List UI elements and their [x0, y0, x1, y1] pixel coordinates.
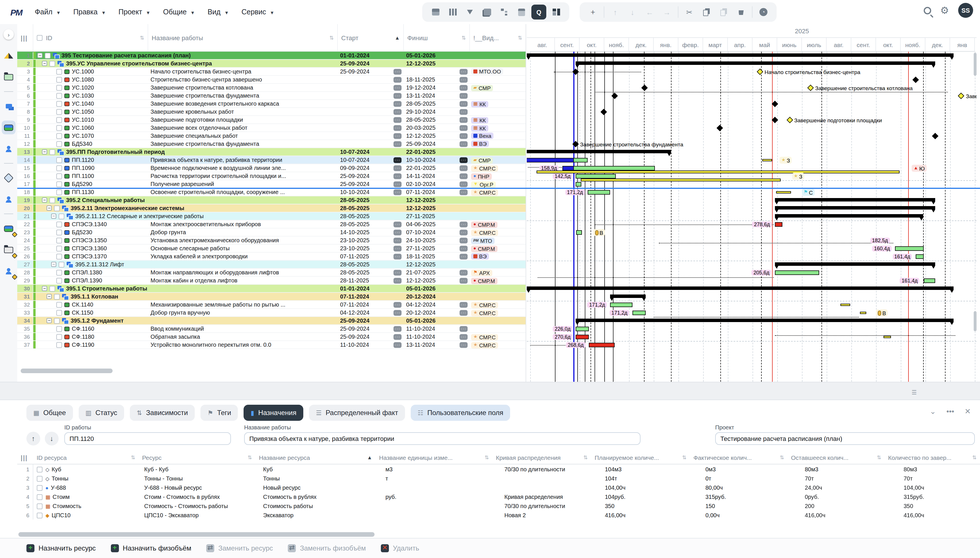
column-vid[interactable]: !__Вид...⇅: [470, 24, 526, 51]
rescolumn-1[interactable]: Ресурс⇅: [139, 451, 256, 464]
start-date-picker[interactable]: ···: [393, 326, 401, 332]
filter-icon[interactable]: [462, 5, 477, 20]
search-table-icon[interactable]: Q: [531, 5, 546, 20]
collapse-icon[interactable]: −: [51, 262, 56, 267]
tab-Распределенный факт[interactable]: ☰Распределенный факт: [309, 405, 405, 421]
start-date-picker[interactable]: ···: [393, 165, 401, 171]
start-date-picker[interactable]: ···: [393, 334, 401, 340]
sidebar-item-portfolio-edit[interactable]: [2, 243, 15, 257]
row-checkbox[interactable]: [56, 221, 62, 227]
timeline-month[interactable]: окт.: [580, 38, 604, 52]
finish-date-picker[interactable]: ···: [460, 101, 468, 107]
start-date-picker[interactable]: ···: [393, 69, 401, 74]
gear-icon[interactable]: ⚙: [941, 4, 949, 16]
sidebar-item-assignee[interactable]: [2, 142, 15, 156]
collapse-icon[interactable]: −: [42, 149, 47, 154]
row-checkbox[interactable]: [59, 213, 64, 219]
collapse-icon[interactable]: −: [46, 205, 52, 211]
table-row[interactable]: 33СК.1150Добор грунта вручную04-12-2024·…: [17, 309, 526, 317]
table-row[interactable]: 22СПЭСЭ.1340Монтаж электроосветительных …: [17, 220, 526, 228]
finish-date-picker[interactable]: ···: [460, 342, 468, 348]
table-row[interactable]: 12БД5340Завершение строительства фундаме…: [17, 140, 526, 148]
panel-resize-handle[interactable]: ☰: [912, 389, 917, 396]
timeline-month[interactable]: окт.: [876, 38, 901, 52]
row-checkbox[interactable]: [56, 269, 62, 275]
table-row[interactable]: 37СФ.1190Устройство монолитного перектыт…: [17, 341, 526, 349]
finish-date-picker[interactable]: ···: [460, 277, 468, 283]
calendar-icon[interactable]: [514, 5, 529, 20]
gantt-summary-bar[interactable]: [575, 318, 954, 322]
finish-date-picker[interactable]: ···: [460, 157, 468, 163]
start-date-picker[interactable]: ···: [393, 93, 401, 98]
tab-Назначения[interactable]: ▮Назначения: [244, 405, 303, 421]
gantt-task-bar[interactable]: [576, 230, 582, 235]
finish-date-picker[interactable]: ···: [460, 125, 468, 131]
gantt-task-bar[interactable]: [589, 343, 615, 347]
table-row[interactable]: 32СК.1140Механизированные земляные работ…: [17, 301, 526, 309]
row-checkbox[interactable]: [56, 101, 62, 107]
finish-date-picker[interactable]: ···: [460, 221, 468, 227]
row-checkbox[interactable]: [56, 85, 62, 90]
table-row[interactable]: 23БД5230Добор грунта14-10-2025···07-10-2…: [17, 228, 526, 236]
rescolumn-6[interactable]: Фактическое колич...⇅: [690, 451, 788, 464]
tab-Теги[interactable]: ⚑Теги: [201, 405, 238, 421]
start-date-picker[interactable]: ···: [393, 310, 401, 315]
gantt-task-bar[interactable]: [895, 246, 924, 251]
sidebar-item-gantt-view[interactable]: [2, 121, 15, 135]
row-checkbox[interactable]: [56, 342, 62, 348]
search-icon[interactable]: [924, 7, 931, 14]
row-checkbox[interactable]: [56, 77, 62, 82]
gantt-milestone[interactable]: [716, 125, 723, 131]
finish-date-picker[interactable]: ···: [460, 141, 468, 147]
start-date-picker[interactable]: ···: [393, 269, 401, 275]
start-date-picker[interactable]: ···: [393, 237, 401, 243]
table-row[interactable]: 6УС.1030Завершение строительства фундаме…: [17, 92, 526, 100]
row-checkbox[interactable]: [56, 181, 62, 187]
row-checkbox[interactable]: [54, 294, 60, 299]
rescolumn-5[interactable]: Планируемое количе...⇅: [591, 451, 690, 464]
row-checkbox[interactable]: [49, 197, 55, 203]
timeline-month[interactable]: авг.: [827, 38, 851, 52]
finish-date-picker[interactable]: ···: [460, 85, 468, 90]
table-row[interactable]: 19−395.2 Специальные работы28-05-202512-…: [17, 196, 526, 204]
start-date-picker[interactable]: ···: [393, 77, 401, 82]
row-checkbox[interactable]: [56, 117, 62, 123]
table-row[interactable]: 3УС.1000Начало строительства бизнес-цент…: [17, 68, 526, 76]
row-checkbox[interactable]: [56, 237, 62, 243]
start-date-picker[interactable]: ···: [393, 157, 401, 163]
gantt-task-bar[interactable]: [588, 190, 610, 195]
add-button[interactable]: ＋: [585, 5, 600, 20]
move-up-button[interactable]: ↑: [608, 5, 623, 20]
row-checkbox[interactable]: [56, 302, 62, 307]
start-date-picker[interactable]: ···: [393, 101, 401, 107]
menu-2[interactable]: Проект ▼: [118, 8, 151, 16]
table-row[interactable]: 1−395 Тестирование расчета расписания (п…: [17, 52, 526, 60]
gantt-summary-bar[interactable]: [774, 214, 923, 218]
gantt-task-bar[interactable]: [575, 174, 616, 179]
finish-date-picker[interactable]: ···: [460, 181, 468, 187]
gantt-task-bar[interactable]: [574, 158, 588, 162]
gantt-task-bar[interactable]: [632, 310, 645, 315]
collapse-panel-icon[interactable]: ⌄: [930, 407, 936, 416]
finish-date-picker[interactable]: ···: [460, 93, 468, 98]
collapse-icon[interactable]: −: [46, 318, 52, 323]
collapse-icon[interactable]: −: [51, 213, 56, 219]
start-date-picker[interactable]: ···: [393, 133, 401, 139]
gantt-task-bar[interactable]: [916, 254, 924, 259]
row-checkbox[interactable]: [56, 326, 62, 332]
timeline-month[interactable]: март: [703, 38, 728, 52]
rescolumn-4[interactable]: Кривая распределения⇅: [492, 451, 591, 464]
gantt-milestone[interactable]: [932, 133, 939, 140]
table-row[interactable]: 13−395.ПП Подготовительный период10-07-2…: [17, 148, 526, 156]
timeline-month[interactable]: июнь: [777, 38, 802, 52]
row-checkbox[interactable]: [56, 334, 62, 340]
gantt-task-bar[interactable]: [924, 279, 935, 283]
menu-0[interactable]: Файл ▼: [35, 8, 61, 16]
table-row[interactable]: 34−395.1.2 Фундамент25-09-202405-01-2026: [17, 317, 526, 325]
row-checkbox[interactable]: [56, 165, 62, 171]
start-date-picker[interactable]: ···: [393, 189, 401, 195]
action-Назначить физобъём[interactable]: +Назначить физобъём: [110, 544, 191, 552]
start-date-picker[interactable]: ···: [393, 125, 401, 131]
start-date-picker[interactable]: ···: [393, 173, 401, 179]
timeline-month[interactable]: дек.: [629, 38, 654, 52]
